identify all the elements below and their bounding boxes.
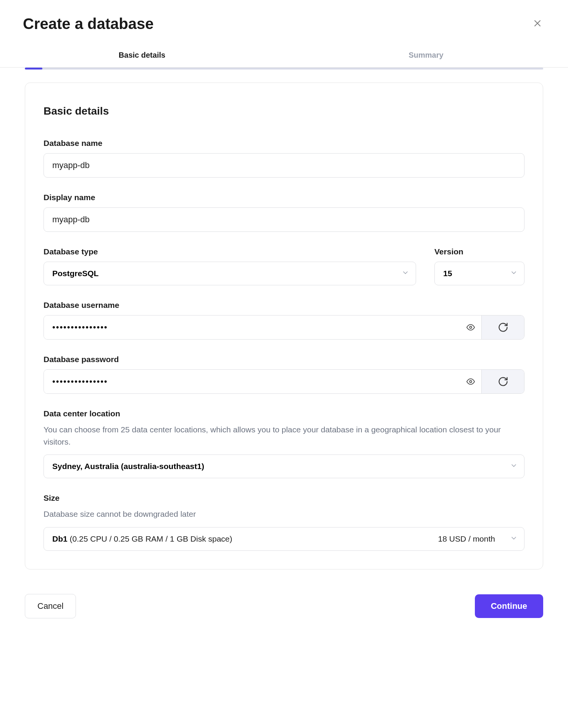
input-db-username[interactable] — [44, 315, 460, 339]
select-db-type[interactable]: PostgreSQL — [44, 262, 416, 285]
field-db-name: Database name — [44, 139, 524, 178]
refresh-icon — [498, 322, 508, 333]
page-title: Create a database — [23, 15, 153, 32]
select-size[interactable]: Db1 (0.25 CPU / 0.25 GB RAM / 1 GB Disk … — [44, 527, 524, 551]
field-version: Version 15 — [434, 247, 524, 285]
label-db-password: Database password — [44, 355, 524, 364]
desc-location: You can choose from 25 data center locat… — [44, 424, 524, 448]
label-db-name: Database name — [44, 139, 524, 148]
field-db-type: Database type PostgreSQL — [44, 247, 416, 285]
size-price: 18 USD / month — [438, 534, 507, 544]
field-display-name: Display name — [44, 193, 524, 232]
input-display-name[interactable] — [44, 207, 524, 232]
reveal-username-button[interactable] — [460, 315, 481, 339]
size-spec: (0.25 CPU / 0.25 GB RAM / 1 GB Disk spac… — [68, 534, 232, 543]
select-location[interactable]: Sydney, Australia (australia-southeast1) — [44, 455, 524, 478]
svg-point-2 — [470, 326, 472, 328]
footer-bar: Cancel Continue — [0, 585, 568, 630]
size-tier: Db1 — [52, 534, 68, 543]
header-bar: Create a database — [0, 0, 568, 44]
progress-fill — [25, 68, 42, 70]
close-icon — [533, 19, 542, 28]
svg-point-3 — [470, 380, 472, 383]
field-db-password: Database password — [44, 355, 524, 394]
field-size: Size Database size cannot be downgraded … — [44, 493, 524, 551]
regen-username-button[interactable] — [481, 315, 524, 339]
label-db-username: Database username — [44, 301, 524, 310]
field-location: Data center location You can choose from… — [44, 409, 524, 478]
basic-details-card: Basic details Database name Display name… — [25, 83, 543, 569]
select-version[interactable]: 15 — [434, 262, 524, 285]
label-location: Data center location — [44, 409, 524, 418]
eye-icon — [466, 323, 475, 332]
refresh-icon — [498, 376, 508, 387]
cancel-button[interactable]: Cancel — [25, 594, 76, 618]
tabs-row: Basic details Summary — [0, 44, 568, 68]
label-db-type: Database type — [44, 247, 416, 256]
reveal-password-button[interactable] — [460, 370, 481, 393]
regen-password-button[interactable] — [481, 370, 524, 393]
label-version: Version — [434, 247, 524, 256]
input-db-password[interactable] — [44, 370, 460, 393]
label-size: Size — [44, 493, 524, 503]
desc-size: Database size cannot be downgraded later — [44, 508, 524, 520]
label-display-name: Display name — [44, 193, 524, 202]
continue-button[interactable]: Continue — [475, 594, 543, 618]
section-title: Basic details — [44, 105, 524, 117]
tab-basic-details[interactable]: Basic details — [0, 44, 284, 67]
input-db-name[interactable] — [44, 153, 524, 178]
eye-icon — [466, 377, 475, 386]
tab-summary[interactable]: Summary — [284, 44, 568, 67]
field-db-username: Database username — [44, 301, 524, 340]
close-button[interactable] — [530, 16, 545, 32]
